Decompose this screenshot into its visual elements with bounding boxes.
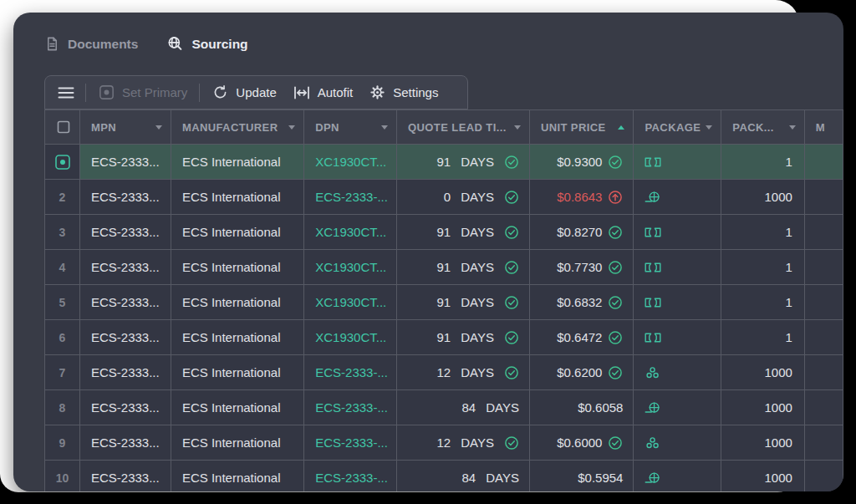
cell-m[interactable]	[804, 425, 843, 461]
set-primary-button[interactable]: Set Primary	[94, 84, 191, 101]
cell-quote-lead-time[interactable]: 12DAYS	[397, 425, 530, 461]
cell-unit-price[interactable]: $0.6832	[529, 285, 634, 320]
cell-unit-price[interactable]: $0.8270	[529, 215, 634, 250]
cell-package[interactable]	[634, 320, 721, 355]
cell-dpn[interactable]: XC1930CT...	[304, 250, 397, 285]
cell-m[interactable]	[804, 215, 843, 250]
cell-m[interactable]	[804, 145, 843, 180]
cell-unit-price[interactable]: $0.6058	[529, 390, 634, 425]
cell-mpn[interactable]: ECS-2333...	[80, 215, 171, 250]
cell-manufacturer[interactable]: ECS International	[171, 320, 303, 355]
cell-pack-qty[interactable]: 1	[721, 215, 805, 250]
cell-quote-lead-time[interactable]: 91DAYS	[397, 145, 530, 180]
tab-sourcing[interactable]: Sourcing	[166, 35, 247, 53]
cell-m[interactable]	[804, 180, 843, 215]
column-menu-icon[interactable]	[288, 125, 295, 130]
cell-quote-lead-time[interactable]: 84DAYS	[397, 461, 530, 492]
cell-row-marker[interactable]: 4	[45, 250, 80, 285]
cell-mpn[interactable]: ECS-2333...	[80, 461, 171, 492]
cell-mpn[interactable]: ECS-2333...	[80, 145, 171, 180]
column-header-price[interactable]: UNIT PRICE	[529, 110, 634, 145]
cell-m[interactable]	[804, 285, 843, 320]
cell-manufacturer[interactable]: ECS International	[171, 180, 303, 215]
cell-pack-qty[interactable]: 1	[721, 250, 805, 285]
cell-package[interactable]	[634, 461, 721, 492]
cell-pack-qty[interactable]: 1000	[721, 180, 805, 215]
column-menu-icon[interactable]	[155, 125, 162, 130]
cell-manufacturer[interactable]: ECS International	[171, 461, 303, 492]
cell-dpn[interactable]: XC1930CT...	[304, 145, 397, 180]
cell-manufacturer[interactable]: ECS International	[171, 215, 303, 250]
cell-manufacturer[interactable]: ECS International	[171, 285, 303, 320]
column-header-m[interactable]: M	[804, 110, 843, 145]
column-menu-icon[interactable]	[381, 125, 388, 130]
cell-row-marker[interactable]: 3	[45, 215, 80, 250]
cell-row-marker[interactable]: 7	[45, 355, 80, 390]
cell-unit-price[interactable]: $0.9300	[529, 145, 634, 180]
primary-row-marker[interactable]	[54, 154, 71, 171]
cell-row-marker[interactable]: 9	[45, 425, 80, 461]
cell-m[interactable]	[804, 390, 843, 425]
column-header-select[interactable]	[45, 110, 80, 145]
cell-dpn[interactable]: XC1930CT...	[304, 320, 397, 355]
cell-unit-price[interactable]: $0.6200	[529, 355, 634, 390]
cell-mpn[interactable]: ECS-2333...	[80, 320, 171, 355]
cell-quote-lead-time[interactable]: 91DAYS	[397, 215, 530, 250]
cell-row-marker[interactable]: 6	[45, 320, 80, 355]
column-header-mpn[interactable]: MPN	[80, 110, 171, 145]
cell-pack-qty[interactable]: 1	[721, 285, 805, 320]
cell-unit-price[interactable]: $0.5954	[529, 461, 634, 492]
column-header-package[interactable]: PACKAGE	[634, 110, 721, 145]
column-header-dpn[interactable]: DPN	[304, 110, 397, 145]
cell-quote-lead-time[interactable]: 91DAYS	[397, 320, 530, 355]
cell-mpn[interactable]: ECS-2333...	[80, 355, 171, 390]
cell-row-marker[interactable]	[45, 145, 80, 180]
cell-dpn[interactable]: XC1930CT...	[304, 215, 397, 250]
cell-mpn[interactable]: ECS-2333...	[80, 250, 171, 285]
cell-quote-lead-time[interactable]: 0DAYS	[397, 180, 530, 215]
cell-row-marker[interactable]: 8	[45, 390, 80, 425]
column-header-manufacturer[interactable]: MANUFACTURER	[171, 110, 303, 145]
cell-mpn[interactable]: ECS-2333...	[80, 285, 171, 320]
cell-dpn[interactable]: ECS-2333-...	[304, 461, 397, 492]
cell-unit-price[interactable]: $0.6000	[529, 425, 634, 461]
cell-package[interactable]	[634, 215, 721, 250]
cell-row-marker[interactable]: 5	[45, 285, 80, 320]
cell-mpn[interactable]: ECS-2333...	[80, 425, 171, 461]
cell-pack-qty[interactable]: 1	[721, 320, 805, 355]
cell-manufacturer[interactable]: ECS International	[171, 145, 303, 180]
cell-pack-qty[interactable]: 1000	[721, 425, 805, 461]
cell-m[interactable]	[804, 320, 843, 355]
cell-quote-lead-time[interactable]: 12DAYS	[397, 355, 530, 390]
cell-pack-qty[interactable]: 1	[721, 145, 805, 180]
cell-package[interactable]	[634, 250, 721, 285]
cell-unit-price[interactable]: $0.7730	[529, 250, 634, 285]
column-menu-icon[interactable]	[514, 125, 521, 130]
cell-m[interactable]	[804, 250, 843, 285]
cell-package[interactable]	[634, 145, 721, 180]
cell-manufacturer[interactable]: ECS International	[171, 390, 303, 425]
cell-m[interactable]	[804, 355, 843, 390]
cell-pack-qty[interactable]: 1000	[721, 355, 805, 390]
cell-manufacturer[interactable]: ECS International	[171, 250, 303, 285]
cell-dpn[interactable]: ECS-2333-...	[304, 355, 397, 390]
cell-package[interactable]	[634, 390, 721, 425]
menu-button[interactable]	[54, 83, 78, 103]
cell-dpn[interactable]: ECS-2333-...	[304, 390, 397, 425]
cell-manufacturer[interactable]: ECS International	[171, 425, 303, 461]
column-header-pack_qty[interactable]: PACK...	[721, 110, 805, 145]
cell-dpn[interactable]: ECS-2333-...	[304, 180, 397, 215]
cell-mpn[interactable]: ECS-2333...	[80, 390, 171, 425]
cell-quote-lead-time[interactable]: 84DAYS	[397, 390, 530, 425]
cell-package[interactable]	[634, 425, 721, 461]
cell-package[interactable]	[634, 180, 721, 215]
cell-manufacturer[interactable]: ECS International	[171, 355, 303, 390]
cell-pack-qty[interactable]: 1000	[721, 390, 805, 425]
cell-dpn[interactable]: XC1930CT...	[304, 285, 397, 320]
tab-documents[interactable]: Documents	[44, 36, 138, 52]
cell-row-marker[interactable]: 2	[45, 180, 80, 215]
select-all-checkbox[interactable]	[56, 120, 71, 135]
autofit-button[interactable]: Autofit	[288, 84, 358, 102]
cell-unit-price[interactable]: $0.8643	[529, 180, 634, 215]
column-menu-icon[interactable]	[789, 125, 796, 130]
